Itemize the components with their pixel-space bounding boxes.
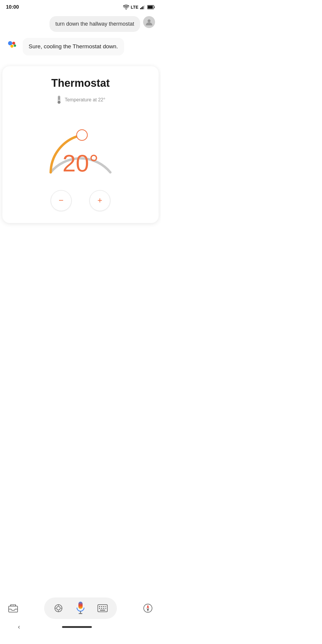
assistant-bubble: Sure, cooling the Thermostat down. [23, 38, 124, 55]
lte-label: LTE [131, 5, 138, 10]
temp-display: 20° [63, 151, 99, 175]
assistant-message-row: Sure, cooling the Thermostat down. [6, 38, 155, 55]
svg-point-8 [12, 42, 15, 45]
increase-temp-button[interactable]: + [89, 190, 110, 211]
battery-icon [147, 5, 155, 9]
svg-point-13 [58, 101, 61, 104]
svg-point-7 [8, 41, 12, 45]
signal-icon [140, 5, 145, 9]
thermostat-title: Thermostat [51, 77, 110, 89]
user-bubble: turn down the hallway thermostat [49, 16, 140, 32]
wifi-icon [123, 5, 129, 10]
svg-point-14 [77, 130, 87, 140]
thermometer-icon [56, 95, 62, 104]
chat-area: turn down the hallway thermostat Sure, c… [0, 13, 161, 66]
temp-controls: − + [51, 190, 110, 211]
temp-label-text: Temperature at 22° [65, 97, 105, 103]
status-time: 10:00 [6, 4, 19, 10]
svg-rect-1 [141, 7, 142, 9]
minus-icon: − [59, 196, 64, 205]
svg-rect-3 [144, 5, 145, 9]
svg-point-9 [10, 45, 13, 48]
google-assistant-icon [6, 38, 19, 51]
status-bar: 10:00 LTE [0, 0, 161, 13]
user-avatar-icon [145, 18, 153, 26]
status-icons: LTE [123, 5, 155, 10]
decrease-temp-button[interactable]: − [51, 190, 72, 211]
svg-rect-12 [58, 96, 59, 100]
temp-label-row: Temperature at 22° [56, 95, 105, 104]
user-avatar [143, 16, 155, 28]
svg-rect-0 [140, 8, 141, 9]
thermostat-card: Thermostat Temperature at 22° 20° − + [2, 66, 159, 223]
svg-point-6 [148, 19, 151, 22]
svg-point-10 [14, 44, 16, 47]
thermostat-dial[interactable]: 20° [33, 113, 128, 178]
svg-rect-5 [148, 6, 153, 9]
svg-rect-2 [143, 6, 143, 9]
user-message-row: turn down the hallway thermostat [6, 16, 155, 32]
plus-icon: + [97, 196, 102, 205]
